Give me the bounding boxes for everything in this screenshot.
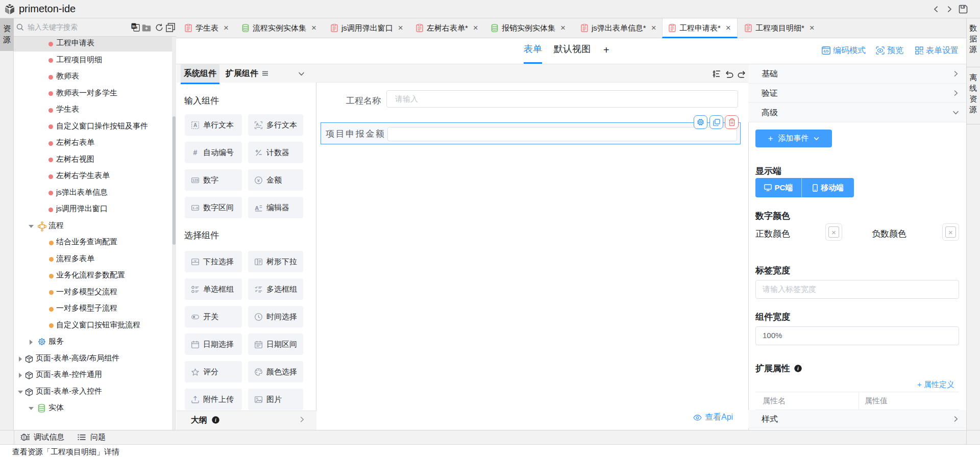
svg-text:i: i [215,417,216,423]
svg-text:in: in [132,24,135,28]
svg-text:i: i [797,366,799,371]
svg-text:#: # [193,149,198,157]
svg-text:A: A [256,122,259,127]
svg-text:A: A [255,205,259,211]
svg-text:1~3: 1~3 [192,206,198,210]
svg-text:A: A [193,122,197,128]
svg-text:¥: ¥ [257,177,260,183]
svg-text:123: 123 [192,178,198,182]
